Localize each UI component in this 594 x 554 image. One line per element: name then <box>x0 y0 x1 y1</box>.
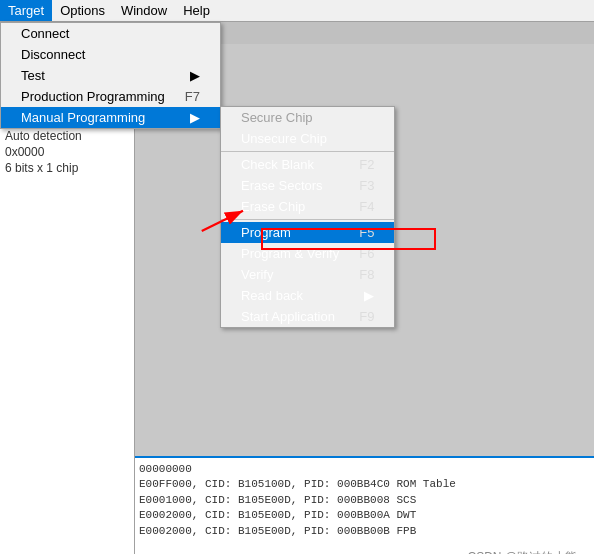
log-line-2: E00FF000, CID: B105100D, PID: 000BB4C0 R… <box>139 477 590 492</box>
menu-window[interactable]: Window <box>113 0 175 21</box>
left-panel-row-7: 0x0000 <box>5 145 129 159</box>
menu-test[interactable]: Test ▶ <box>1 65 220 86</box>
menu-connect[interactable]: Connect <box>1 23 220 44</box>
svg-line-1 <box>202 211 243 231</box>
menubar: Target Options Window Help <box>0 0 594 22</box>
menu-options[interactable]: Options <box>52 0 113 21</box>
log-line-5: E0002000, CID: B105E00D, PID: 000BB00B F… <box>139 524 590 539</box>
submenu-read-back[interactable]: Read back ▶ <box>221 285 394 306</box>
menu-manual-programming[interactable]: Manual Programming ▶ Secure Chip Unsecur… <box>1 107 220 128</box>
log-line-3: E0001000, CID: B105E00D, PID: 000BB008 S… <box>139 493 590 508</box>
submenu-program-verify[interactable]: Program & Verify F6 <box>221 243 394 264</box>
left-panel-row-6: Auto detection <box>5 129 129 143</box>
submenu-separator-1 <box>221 151 394 152</box>
submenu-unsecure-chip[interactable]: Unsecure Chip <box>221 128 394 149</box>
submenu-secure-chip[interactable]: Secure Chip <box>221 107 394 128</box>
menu-help[interactable]: Help <box>175 0 218 21</box>
menu-target[interactable]: Target <box>0 0 52 21</box>
log-panel: 00000000 E00FF000, CID: B105100D, PID: 0… <box>135 456 594 554</box>
submenu-start-application[interactable]: Start Application F9 <box>221 306 394 327</box>
submenu-check-blank[interactable]: Check Blank F2 <box>221 154 394 175</box>
submenu-erase-sectors[interactable]: Erase Sectors F3 <box>221 175 394 196</box>
watermark: CSDN @路过的小熊~ <box>467 549 584 554</box>
submenu-verify[interactable]: Verify F8 <box>221 264 394 285</box>
left-panel-row-8: 6 bits x 1 chip <box>5 161 129 175</box>
menu-production-programming[interactable]: Production Programming F7 <box>1 86 220 107</box>
target-dropdown: Connect Disconnect Test ▶ Production Pro… <box>0 22 221 129</box>
log-line-1: 00000000 <box>139 462 590 477</box>
log-line-4: E0002000, CID: B105E00D, PID: 000BB00A D… <box>139 508 590 523</box>
menu-disconnect[interactable]: Disconnect <box>1 44 220 65</box>
